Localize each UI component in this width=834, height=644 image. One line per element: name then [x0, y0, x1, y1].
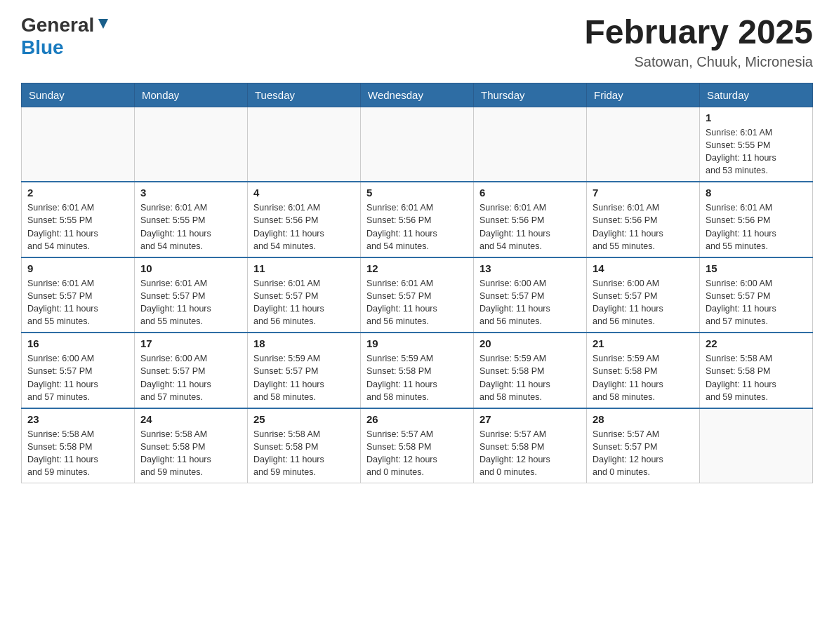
day-number: 24	[140, 413, 241, 425]
day-info: Sunrise: 6:01 AM Sunset: 5:57 PM Dayligh…	[253, 277, 355, 328]
day-info: Sunrise: 6:00 AM Sunset: 5:57 PM Dayligh…	[479, 277, 581, 328]
day-number: 20	[479, 337, 581, 349]
calendar-week-4: 16Sunrise: 6:00 AM Sunset: 5:57 PM Dayli…	[22, 333, 813, 408]
calendar-cell	[700, 408, 813, 483]
calendar-cell: 10Sunrise: 6:01 AM Sunset: 5:57 PM Dayli…	[135, 257, 248, 333]
calendar-cell: 2Sunrise: 6:01 AM Sunset: 5:55 PM Daylig…	[22, 182, 135, 257]
day-number: 16	[27, 337, 128, 349]
calendar-cell	[587, 107, 700, 182]
calendar-cell: 15Sunrise: 6:00 AM Sunset: 5:57 PM Dayli…	[700, 257, 813, 333]
day-header-saturday: Saturday	[700, 83, 813, 107]
calendar-title: February 2025	[584, 14, 813, 51]
day-header-thursday: Thursday	[474, 83, 587, 107]
title-block: February 2025 Satowan, Chuuk, Micronesia	[584, 14, 813, 70]
day-number: 18	[253, 337, 355, 349]
calendar-cell: 20Sunrise: 5:59 AM Sunset: 5:58 PM Dayli…	[474, 333, 587, 408]
day-number: 23	[27, 413, 128, 425]
day-info: Sunrise: 5:59 AM Sunset: 5:57 PM Dayligh…	[253, 352, 355, 403]
calendar-cell: 13Sunrise: 6:00 AM Sunset: 5:57 PM Dayli…	[474, 257, 587, 333]
calendar-cell: 19Sunrise: 5:59 AM Sunset: 5:58 PM Dayli…	[361, 333, 474, 408]
page-header: General Blue February 2025 Satowan, Chuu…	[21, 14, 813, 70]
svg-marker-0	[98, 19, 108, 29]
day-number: 17	[140, 337, 241, 349]
day-info: Sunrise: 5:57 AM Sunset: 5:57 PM Dayligh…	[593, 428, 694, 479]
day-info: Sunrise: 5:59 AM Sunset: 5:58 PM Dayligh…	[479, 352, 581, 403]
calendar-cell: 6Sunrise: 6:01 AM Sunset: 5:56 PM Daylig…	[474, 182, 587, 257]
calendar-cell: 25Sunrise: 5:58 AM Sunset: 5:58 PM Dayli…	[248, 408, 361, 483]
day-info: Sunrise: 5:57 AM Sunset: 5:58 PM Dayligh…	[479, 428, 581, 479]
calendar-cell	[361, 107, 474, 182]
day-header-wednesday: Wednesday	[361, 83, 474, 107]
day-number: 27	[479, 413, 581, 425]
calendar-cell: 12Sunrise: 6:01 AM Sunset: 5:57 PM Dayli…	[361, 257, 474, 333]
day-number: 9	[27, 262, 128, 274]
day-header-monday: Monday	[135, 83, 248, 107]
day-number: 10	[140, 262, 241, 274]
day-number: 19	[366, 337, 468, 349]
day-header-friday: Friday	[587, 83, 700, 107]
day-number: 28	[593, 413, 694, 425]
calendar-week-5: 23Sunrise: 5:58 AM Sunset: 5:58 PM Dayli…	[22, 408, 813, 483]
day-header-sunday: Sunday	[22, 83, 135, 107]
calendar-cell: 21Sunrise: 5:59 AM Sunset: 5:58 PM Dayli…	[587, 333, 700, 408]
day-number: 11	[253, 262, 355, 274]
day-info: Sunrise: 5:58 AM Sunset: 5:58 PM Dayligh…	[27, 428, 128, 479]
day-number: 13	[479, 262, 581, 274]
calendar-subtitle: Satowan, Chuuk, Micronesia	[584, 54, 813, 70]
calendar-week-3: 9Sunrise: 6:01 AM Sunset: 5:57 PM Daylig…	[22, 257, 813, 333]
day-info: Sunrise: 6:01 AM Sunset: 5:56 PM Dayligh…	[706, 201, 807, 253]
calendar-cell: 28Sunrise: 5:57 AM Sunset: 5:57 PM Dayli…	[587, 408, 700, 483]
day-number: 2	[27, 187, 128, 199]
day-number: 25	[253, 413, 355, 425]
calendar-cell: 26Sunrise: 5:57 AM Sunset: 5:58 PM Dayli…	[361, 408, 474, 483]
day-info: Sunrise: 6:00 AM Sunset: 5:57 PM Dayligh…	[593, 277, 694, 328]
day-info: Sunrise: 6:00 AM Sunset: 5:57 PM Dayligh…	[27, 352, 128, 403]
calendar-week-2: 2Sunrise: 6:01 AM Sunset: 5:55 PM Daylig…	[22, 182, 813, 257]
calendar-week-1: 1Sunrise: 6:01 AM Sunset: 5:55 PM Daylig…	[22, 107, 813, 182]
day-info: Sunrise: 6:01 AM Sunset: 5:57 PM Dayligh…	[27, 277, 128, 328]
calendar-cell: 4Sunrise: 6:01 AM Sunset: 5:56 PM Daylig…	[248, 182, 361, 257]
calendar-cell: 16Sunrise: 6:00 AM Sunset: 5:57 PM Dayli…	[22, 333, 135, 408]
calendar-cell: 14Sunrise: 6:00 AM Sunset: 5:57 PM Dayli…	[587, 257, 700, 333]
calendar-cell	[248, 107, 361, 182]
calendar-header-row: SundayMondayTuesdayWednesdayThursdayFrid…	[22, 83, 813, 107]
day-info: Sunrise: 6:01 AM Sunset: 5:55 PM Dayligh…	[140, 201, 241, 253]
day-number: 5	[366, 187, 468, 199]
calendar-table: SundayMondayTuesdayWednesdayThursdayFrid…	[21, 83, 813, 484]
day-info: Sunrise: 6:00 AM Sunset: 5:57 PM Dayligh…	[140, 352, 241, 403]
calendar-cell	[22, 107, 135, 182]
day-info: Sunrise: 6:01 AM Sunset: 5:57 PM Dayligh…	[366, 277, 468, 328]
calendar-cell: 5Sunrise: 6:01 AM Sunset: 5:56 PM Daylig…	[361, 182, 474, 257]
day-info: Sunrise: 5:58 AM Sunset: 5:58 PM Dayligh…	[140, 428, 241, 479]
day-info: Sunrise: 6:00 AM Sunset: 5:57 PM Dayligh…	[706, 277, 807, 328]
day-number: 26	[366, 413, 468, 425]
day-header-tuesday: Tuesday	[248, 83, 361, 107]
day-number: 4	[253, 187, 355, 199]
logo-arrow-icon	[95, 16, 111, 32]
day-info: Sunrise: 6:01 AM Sunset: 5:56 PM Dayligh…	[479, 201, 581, 253]
calendar-cell: 24Sunrise: 5:58 AM Sunset: 5:58 PM Dayli…	[135, 408, 248, 483]
calendar-cell: 1Sunrise: 6:01 AM Sunset: 5:55 PM Daylig…	[700, 107, 813, 182]
day-number: 6	[479, 187, 581, 199]
day-number: 8	[706, 187, 807, 199]
day-number: 15	[706, 262, 807, 274]
day-number: 12	[366, 262, 468, 274]
day-number: 14	[593, 262, 694, 274]
calendar-cell	[135, 107, 248, 182]
logo-blue-text: Blue	[21, 36, 64, 59]
calendar-cell: 3Sunrise: 6:01 AM Sunset: 5:55 PM Daylig…	[135, 182, 248, 257]
calendar-cell: 18Sunrise: 5:59 AM Sunset: 5:57 PM Dayli…	[248, 333, 361, 408]
day-info: Sunrise: 6:01 AM Sunset: 5:56 PM Dayligh…	[366, 201, 468, 253]
day-number: 21	[593, 337, 694, 349]
calendar-cell: 9Sunrise: 6:01 AM Sunset: 5:57 PM Daylig…	[22, 257, 135, 333]
day-info: Sunrise: 6:01 AM Sunset: 5:56 PM Dayligh…	[593, 201, 694, 253]
day-info: Sunrise: 6:01 AM Sunset: 5:57 PM Dayligh…	[140, 277, 241, 328]
day-info: Sunrise: 5:59 AM Sunset: 5:58 PM Dayligh…	[366, 352, 468, 403]
day-info: Sunrise: 5:59 AM Sunset: 5:58 PM Dayligh…	[593, 352, 694, 403]
day-info: Sunrise: 6:01 AM Sunset: 5:56 PM Dayligh…	[253, 201, 355, 253]
calendar-cell: 11Sunrise: 6:01 AM Sunset: 5:57 PM Dayli…	[248, 257, 361, 333]
calendar-cell: 27Sunrise: 5:57 AM Sunset: 5:58 PM Dayli…	[474, 408, 587, 483]
day-number: 1	[706, 112, 807, 123]
calendar-cell: 22Sunrise: 5:58 AM Sunset: 5:58 PM Dayli…	[700, 333, 813, 408]
day-number: 3	[140, 187, 241, 199]
